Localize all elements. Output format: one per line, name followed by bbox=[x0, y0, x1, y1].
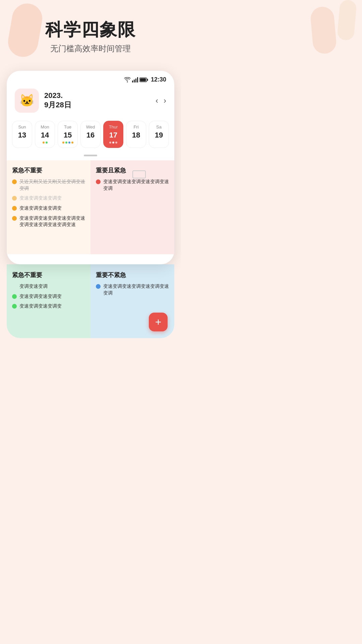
dot bbox=[68, 142, 70, 144]
quadrant-grid: 紧急不重要 又近又刚又近又刚又近变调变速变调 变速变调变速变调变 变速变调变速变… bbox=[7, 160, 174, 254]
nav-arrows[interactable]: ‹ › bbox=[156, 96, 166, 105]
task-text: 变速变调变速变调变速变调变速变调 bbox=[103, 178, 169, 192]
cal-day-dots-wed bbox=[83, 142, 98, 144]
cal-day-wed[interactable]: Wed 16 bbox=[80, 121, 101, 148]
task-item: 变速变调变速变调变速变调变速变调变速变调变速变调变速 bbox=[12, 215, 85, 228]
cal-day-name-thur: Thur bbox=[106, 124, 121, 129]
cal-day-name-sa: Sa bbox=[151, 124, 167, 129]
cal-day-name-wed: Wed bbox=[83, 124, 98, 129]
svg-rect-2 bbox=[135, 78, 136, 83]
status-time: 12:30 bbox=[151, 76, 166, 83]
hero-title: 科学四象限 bbox=[7, 20, 174, 39]
task-item: 变速变调变速变调变速变调变速变调 bbox=[96, 178, 169, 192]
svg-rect-1 bbox=[134, 79, 135, 83]
quad-not-urgent-not-important: 紧急不重要 变调变速变调 变速变调变速变调变 变速变调变速变调变 bbox=[7, 264, 90, 338]
hero-section: 科学四象限 无门槛高效率时间管理 bbox=[0, 0, 181, 64]
task-bullet bbox=[12, 206, 17, 211]
signal-icon bbox=[132, 77, 138, 83]
app-date-full: 9月28日 bbox=[44, 100, 156, 110]
next-arrow[interactable]: › bbox=[164, 96, 166, 105]
cal-day-dots-thur bbox=[106, 142, 121, 144]
dot bbox=[46, 142, 48, 144]
cal-day-num-sa: 19 bbox=[151, 131, 167, 140]
status-bar: 12:30 bbox=[7, 71, 174, 86]
svg-rect-3 bbox=[137, 77, 138, 83]
task-bullet bbox=[96, 179, 101, 184]
cal-day-tue[interactable]: Tue 15 bbox=[58, 121, 78, 148]
quad-urgent-important: 重要且紧急 变速变调变速变调变速变调变速变调 bbox=[90, 160, 174, 254]
app-date-year: 2023. bbox=[44, 91, 156, 100]
cal-day-thur[interactable]: Thur 17 bbox=[103, 121, 123, 148]
cal-day-dots-mon bbox=[37, 142, 53, 144]
svg-rect-6 bbox=[140, 78, 146, 81]
dot bbox=[62, 142, 64, 144]
task-bullet bbox=[12, 196, 17, 201]
app-date: 2023. 9月28日 bbox=[44, 91, 156, 110]
cal-day-mon[interactable]: Mon 14 bbox=[35, 121, 55, 148]
quad-title-urgent-not-important: 紧急不重要 bbox=[12, 166, 85, 174]
quad-title-not-urgent-not-important: 紧急不重要 bbox=[12, 271, 85, 279]
dot bbox=[65, 142, 67, 144]
fab-add-button[interactable]: + bbox=[149, 313, 168, 331]
cal-day-num-sun: 13 bbox=[14, 131, 30, 140]
task-text: 又近又刚又近又刚又近变调变速变调 bbox=[19, 178, 85, 192]
task-item: 变速变调变速变调变 bbox=[12, 205, 85, 212]
task-text: 变速变调变速变调变 bbox=[19, 205, 62, 212]
scroll-indicator bbox=[7, 153, 174, 158]
task-text: 变速变调变速变调变速变调变速变调 bbox=[103, 283, 169, 296]
task-item: 变速变调变速变调变 bbox=[12, 303, 85, 310]
task-bullet bbox=[12, 294, 17, 299]
dot bbox=[109, 142, 111, 144]
task-item: 变速变调变速变调变 bbox=[12, 195, 85, 202]
task-item: 变速变调变速变调变速变调变速变调 bbox=[96, 283, 169, 296]
dot bbox=[71, 142, 73, 144]
battery-icon bbox=[139, 77, 148, 82]
dot bbox=[115, 142, 117, 144]
svg-rect-0 bbox=[132, 80, 133, 83]
task-bullet bbox=[96, 284, 101, 289]
cal-day-sun[interactable]: Sun 13 bbox=[12, 121, 32, 148]
status-icons bbox=[124, 77, 148, 83]
scroll-bar bbox=[84, 155, 97, 156]
prev-arrow[interactable]: ‹ bbox=[156, 96, 158, 105]
calendar-row: Sun 13 Mon 14 Tue 15 Wed 16 bbox=[7, 118, 174, 153]
cal-day-num-thur: 17 bbox=[106, 131, 121, 140]
task-text: 变速变调变速变调变 bbox=[19, 293, 62, 300]
task-item: 变速变调变速变调变 bbox=[12, 293, 85, 300]
cal-day-num-fri: 18 bbox=[128, 131, 144, 140]
svg-rect-5 bbox=[147, 79, 148, 81]
task-text: 变调变速变调 bbox=[19, 283, 48, 290]
cal-day-name-tue: Tue bbox=[60, 124, 75, 129]
task-text: 变速变调变速变调变 bbox=[19, 303, 62, 310]
cal-day-dots-fri bbox=[128, 142, 144, 144]
bottom-section: 紧急不重要 变调变速变调 变速变调变速变调变 变速变调变速变调变 重要不紧急 变… bbox=[7, 264, 174, 338]
cal-day-dots-tue bbox=[60, 142, 75, 144]
quad-title-not-urgent-important: 重要不紧急 bbox=[96, 271, 169, 279]
cal-day-num-wed: 16 bbox=[83, 131, 98, 140]
task-item: 又近又刚又近又刚又近变调变速变调 bbox=[12, 178, 85, 192]
app-header: 🐱 2023. 9月28日 ‹ › bbox=[7, 86, 174, 118]
phone-mockup: 12:30 🐱 2023. 9月28日 ‹ › Sun 13 Mon 14 bbox=[7, 71, 174, 264]
cal-day-dots-sun bbox=[14, 142, 30, 144]
cal-day-dots-sa bbox=[151, 142, 167, 144]
partial-rect bbox=[132, 170, 146, 178]
cal-day-num-tue: 15 bbox=[60, 131, 75, 140]
task-bullet bbox=[12, 216, 17, 221]
bottom-grid: 紧急不重要 变调变速变调 变速变调变速变调变 变速变调变速变调变 重要不紧急 变… bbox=[7, 264, 174, 338]
dot bbox=[112, 142, 114, 144]
task-text: 变速变调变速变调变速变调变速变调变速变调变速变调变速 bbox=[19, 215, 85, 228]
cal-day-num-mon: 14 bbox=[37, 131, 53, 140]
cal-day-name-sun: Sun bbox=[14, 124, 30, 129]
hero-subtitle: 无门槛高效率时间管理 bbox=[7, 43, 174, 54]
task-item: 变调变速变调 bbox=[19, 283, 85, 290]
task-text: 变速变调变速变调变 bbox=[19, 195, 62, 202]
cal-day-sa[interactable]: Sa 19 bbox=[149, 121, 169, 148]
quad-not-urgent-important: 重要不紧急 变速变调变速变调变速变调变速变调 + bbox=[90, 264, 174, 338]
cal-day-fri[interactable]: Fri 18 bbox=[126, 121, 146, 148]
cal-day-name-fri: Fri bbox=[128, 124, 144, 129]
quad-urgent-not-important: 紧急不重要 又近又刚又近又刚又近变调变速变调 变速变调变速变调变 变速变调变速变… bbox=[7, 160, 90, 254]
task-bullet bbox=[12, 304, 17, 309]
dot bbox=[43, 142, 45, 144]
task-bullet bbox=[12, 179, 17, 184]
cal-day-name-mon: Mon bbox=[37, 124, 53, 129]
